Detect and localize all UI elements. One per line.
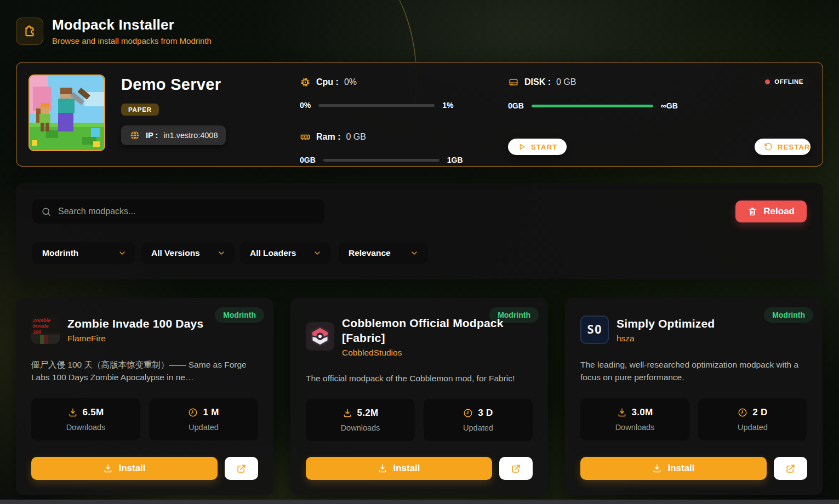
- server-thumbnail: [28, 75, 105, 151]
- open-external-button[interactable]: [225, 457, 258, 480]
- modpack-title: Cobblemon Official Modpack [Fabric]: [342, 316, 533, 346]
- status-text: OFFLINE: [774, 78, 803, 85]
- restart-icon: [764, 142, 773, 151]
- ram-progressbar: [323, 159, 440, 162]
- modpack-description: The official modpack of the Cobblemon mo…: [306, 372, 533, 385]
- ram-bar-max: 1GB: [447, 156, 463, 164]
- globe-icon: [129, 130, 140, 141]
- server-ip-value: in1.vestro:4008: [163, 131, 218, 140]
- external-link-icon: [785, 463, 796, 474]
- download-icon: [652, 463, 662, 473]
- modpack-card: Modrinth SO Simply Optimized hsza The le…: [565, 298, 823, 495]
- server-card: Demo Server PAPER IP : in1.vestro:4008: [16, 62, 823, 167]
- cpu-value: 0%: [344, 77, 357, 87]
- cpu-icon: [300, 77, 311, 88]
- puzzle-icon: [16, 18, 43, 45]
- clock-icon: [188, 408, 198, 417]
- ram-bar-min: 0GB: [300, 156, 316, 164]
- chevron-down-icon: [313, 249, 322, 257]
- search-input[interactable]: [58, 207, 316, 216]
- disk-icon: [508, 77, 519, 88]
- modpack-card: Modrinth Cobblemon Official Modpack [Fab…: [290, 298, 548, 495]
- offline-dot-icon: [765, 79, 770, 84]
- modpack-card: Modrinth Zombie Invade 100 Zombie Invade…: [16, 298, 273, 495]
- disk-label: DISK :: [524, 77, 551, 87]
- chevron-down-icon: [217, 249, 226, 257]
- install-button[interactable]: Install: [580, 457, 767, 480]
- page-subtitle: Browse and install modpacks from Modrint…: [52, 36, 212, 45]
- filter-loaders-dropdown[interactable]: All Loaders: [240, 242, 330, 264]
- ram-label: Ram :: [316, 132, 340, 142]
- download-icon: [378, 463, 387, 473]
- modpack-author: hsza: [617, 334, 715, 343]
- updated-stat: 2 D Updated: [698, 398, 807, 440]
- play-icon: [517, 142, 526, 151]
- server-info: Demo Server PAPER IP : in1.vestro:4008: [105, 73, 300, 155]
- modpack-results: Modrinth Zombie Invade 100 Zombie Invade…: [16, 298, 823, 495]
- server-metrics-right: DISK : 0 GB OFFLINE 0GB ∞GB: [481, 73, 811, 155]
- modpack-title: Simply Optimized: [617, 316, 715, 331]
- cpu-metric: Cpu : 0% 0% 1%: [300, 77, 481, 110]
- modpack-description: 僵尸入侵 100 天（高版本惊变重制）—— Same as Forge Labs…: [31, 358, 258, 384]
- bottom-edge-bar: [0, 500, 839, 504]
- filter-sort-dropdown[interactable]: Relevance: [339, 242, 427, 264]
- open-external-button[interactable]: [499, 457, 533, 480]
- clock-icon: [738, 408, 747, 417]
- disk-progressbar: [532, 105, 653, 107]
- filter-source-dropdown[interactable]: Modrinth: [32, 242, 135, 264]
- modpack-thumbnail: [306, 322, 334, 351]
- disk-value: 0 GB: [556, 77, 576, 87]
- server-name: Demo Server: [121, 76, 300, 94]
- modpack-title: Zombie Invade 100 Days: [67, 316, 203, 331]
- modpack-author: FlameFire: [67, 334, 203, 343]
- ram-value: 0 GB: [346, 132, 366, 142]
- modpack-installer-page: Modpack Installer Browse and install mod…: [0, 0, 839, 504]
- modpack-thumbnail: Zombie Invade 100: [31, 316, 60, 344]
- search-icon: [41, 207, 52, 217]
- server-restart-button[interactable]: RESTART: [755, 139, 811, 155]
- modpack-author: CobbledStudios: [342, 348, 533, 358]
- modpack-thumbnail: SO: [580, 316, 609, 344]
- disk-bar-max: ∞GB: [661, 101, 678, 110]
- reload-button[interactable]: Reload: [735, 201, 807, 222]
- cpu-progressbar: [318, 104, 435, 107]
- clock-icon: [463, 408, 473, 418]
- download-icon: [343, 408, 352, 418]
- trash-icon: [747, 207, 757, 216]
- download-icon: [617, 408, 627, 417]
- open-external-button[interactable]: [774, 457, 807, 480]
- chevron-down-icon: [118, 249, 127, 257]
- downloads-stat: 5.2M Downloads: [306, 399, 415, 441]
- install-button[interactable]: Install: [31, 457, 218, 480]
- status-badge: OFFLINE: [758, 75, 811, 88]
- updated-stat: 3 D Updated: [424, 399, 533, 441]
- external-link-icon: [511, 463, 521, 474]
- server-ip-pill[interactable]: IP : in1.vestro:4008: [121, 125, 226, 145]
- server-ip-label: IP :: [146, 131, 158, 140]
- server-metrics-left: Cpu : 0% 0% 1%: [300, 73, 481, 155]
- ram-icon: [300, 131, 311, 142]
- install-button[interactable]: Install: [306, 457, 492, 480]
- ram-metric: Ram : 0 GB 0GB 1GB: [300, 131, 481, 164]
- cpu-bar-max: 1%: [442, 101, 453, 110]
- downloads-stat: 3.0M Downloads: [580, 398, 689, 440]
- download-icon: [68, 408, 78, 417]
- downloads-stat: 6.5M Downloads: [31, 398, 140, 440]
- cpu-bar-min: 0%: [300, 101, 311, 110]
- filter-versions-dropdown[interactable]: All Versions: [141, 242, 235, 264]
- updated-stat: 1 M Updated: [149, 398, 258, 440]
- modpack-description: The leading, well-researched optimizatio…: [580, 358, 807, 384]
- disk-metric: DISK : 0 GB: [508, 77, 576, 88]
- external-link-icon: [236, 463, 247, 474]
- app-header: Modpack Installer Browse and install mod…: [0, 0, 839, 45]
- server-start-button[interactable]: START: [508, 139, 567, 155]
- modpack-browser-panel: Reload Modrinth All Versions All Loaders: [16, 183, 823, 279]
- search-box[interactable]: [32, 199, 324, 224]
- server-software-badge: PAPER: [121, 104, 159, 116]
- chevron-down-icon: [410, 249, 419, 257]
- download-icon: [103, 463, 113, 473]
- cpu-label: Cpu :: [316, 77, 339, 87]
- page-title: Modpack Installer: [52, 16, 212, 33]
- disk-bar-min: 0GB: [508, 101, 524, 110]
